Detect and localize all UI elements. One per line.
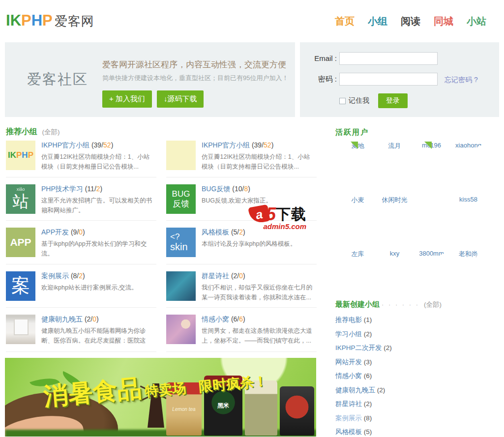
group-title: PHP技术学习 (11/2) — [41, 185, 154, 194]
newest-group-item: 群星诗社 (2) — [335, 400, 392, 408]
promo-banner[interactable]: Lemon tea 黑米 消暑食品 特卖场 限时疯杀！ — [5, 358, 316, 437]
newest-group-item: 风格模板 (5) — [335, 428, 392, 437]
site-logo[interactable]: IKPHP爱客网 — [6, 12, 94, 30]
group-item: 健康朝九晚五 (2/0) 健康朝九晚五小组不能隔着网络为你诊断、医你百病。在此尽… — [6, 315, 156, 352]
page: IKPHP爱客网 首页 小组 阅读 同城 小站 爱客社区 爱客网开源社区程序，内… — [0, 0, 504, 437]
icon-letter: H — [22, 150, 28, 160]
newest-groups-header: 最新创建小组· · · · · ·(全部) — [335, 300, 442, 309]
group-link[interactable]: 健康朝九晚五 — [41, 315, 83, 323]
group-icon[interactable] — [166, 141, 196, 170]
group-link[interactable]: 群星诗社 — [202, 272, 229, 280]
group-icon[interactable]: xiǎo 站 — [6, 184, 35, 214]
group-link[interactable]: 案例展示 — [41, 272, 69, 280]
newest-group-link[interactable]: 案例展示 — [335, 414, 362, 422]
join-button[interactable]: + 加入我们 — [102, 90, 152, 108]
user-name-link[interactable]: kiss58 — [450, 196, 487, 203]
newest-group-count: (2) — [364, 400, 372, 408]
logo-letter: K — [10, 12, 21, 29]
newest-group-item: 学习小组 (2) — [335, 330, 392, 339]
user-item: 麦地 — [339, 142, 376, 196]
group-icon[interactable]: BUG 反馈 — [166, 184, 196, 214]
user-name-link[interactable]: 流月 — [376, 142, 413, 150]
group-icon[interactable]: APP — [6, 228, 35, 257]
group-link[interactable]: IKPHP官方小组 — [202, 141, 250, 149]
remember-label: 记住我 — [349, 96, 369, 105]
newest-all-link[interactable]: (全部) — [424, 301, 442, 308]
main-nav: 首页 小组 阅读 同城 小站 — [335, 15, 486, 28]
newest-group-link[interactable]: 风格模板 — [335, 428, 362, 436]
logo-letter: P — [42, 12, 53, 29]
login-button[interactable]: 登录 — [378, 93, 408, 108]
groups-all-link[interactable]: (全部) — [42, 128, 59, 136]
group-link[interactable]: BUG反馈 — [202, 185, 230, 193]
group-desc: 欢迎ikphp站长进行案例展示,交流。 — [41, 283, 154, 292]
user-name-link[interactable]: 左库 — [339, 250, 376, 259]
user-name-link[interactable]: 休闲时光 — [376, 196, 413, 204]
user-item: 小麦 — [339, 196, 376, 250]
banner-headline: 消暑食品 — [42, 372, 143, 413]
newest-group-item: 情感小窝 (6) — [335, 372, 392, 380]
nav-item[interactable]: 小站 — [467, 15, 486, 28]
group-desc: 本组讨论及分享ikphp的风格模板。 — [202, 239, 315, 249]
newest-groups-list: 推荐电影 (1) 学习小组 (2) IKPHP二次开发 (2) 网站开发 (3)… — [335, 316, 392, 437]
newest-group-item: IKPHP二次开发 (2) — [335, 344, 392, 352]
icon-letter: K — [10, 150, 16, 160]
a5-logo-icon: a — [248, 204, 270, 224]
newest-group-link[interactable]: 学习小组 — [335, 330, 362, 338]
newest-group-item: 案例展示 (8) — [335, 414, 392, 423]
user-item: 流月 — [376, 142, 413, 196]
password-label: 密码 : — [307, 75, 337, 84]
group-desc: 健康朝九晚五小组不能隔着网络为你诊断、医你百病。在此尽麦提醒：医院这个... — [41, 326, 154, 347]
newest-group-item: 推荐电影 (1) — [335, 316, 392, 324]
group-icon[interactable] — [166, 271, 196, 301]
group-icon[interactable]: 案 — [6, 271, 35, 301]
newest-group-link[interactable]: IKPHP二次开发 — [335, 344, 382, 351]
download-button[interactable]: ↓源码下载 — [157, 90, 204, 108]
icon-label: APP — [10, 236, 31, 248]
group-icon[interactable]: <? skin — [166, 228, 196, 257]
login-panel: Email : 密码 : 忘记密码 ? 记住我 登录 — [300, 42, 499, 117]
user-item: 3800mm — [413, 250, 450, 304]
nav-item[interactable]: 同城 — [434, 15, 453, 28]
nav-item[interactable]: 阅读 — [401, 15, 420, 28]
group-item: IKPHP官方小组 (39/52) 仿豆瓣12IK社区功能模块介绍：1、小站模块… — [166, 141, 317, 177]
group-icon[interactable] — [166, 315, 196, 344]
hero-subline: 简单快捷方便建设本地化，垂直型社区；目前已有95位用户加入！ — [102, 74, 288, 83]
newest-group-link[interactable]: 推荐电影 — [335, 316, 362, 323]
user-name-link[interactable]: 麦地 — [339, 142, 376, 150]
package-beans — [280, 386, 314, 436]
icon-label-small: xiǎo — [17, 187, 25, 192]
newest-group-link[interactable]: 群星诗社 — [335, 400, 362, 408]
user-name-link[interactable]: 小麦 — [339, 196, 376, 204]
forgot-password-link[interactable]: 忘记密码 ? — [445, 76, 478, 85]
newest-group-item: 健康朝九晚五 (2) — [335, 386, 392, 395]
newest-group-link[interactable]: 网站开发 — [335, 358, 362, 366]
user-item: 左库 — [339, 250, 376, 304]
logo-letter: P — [21, 12, 31, 29]
group-icon[interactable] — [6, 315, 35, 344]
group-desc: 这里不允许发招聘广告。可以发相关的书籍和网站推广。 — [41, 196, 154, 216]
group-link[interactable]: 情感小窝 — [202, 315, 229, 323]
active-users-grid: 麦地 流月 mc196 xiaohong 小麦 — [339, 142, 488, 304]
group-link[interactable]: IKPHP官方小组 — [41, 141, 89, 149]
email-field[interactable] — [339, 52, 438, 65]
nav-item[interactable]: 小组 — [368, 15, 387, 28]
hero-tagline: 爱客网开源社区程序，内容互动性强，交流更方便 — [102, 59, 286, 70]
newest-group-link[interactable]: 健康朝九晚五 — [335, 386, 375, 394]
nav-item[interactable]: 首页 — [335, 15, 355, 28]
group-item: <? skin 风格模板 (5/2) 本组讨论及分享ikphp的风格模板。 — [166, 228, 317, 264]
active-users-title: 活跃用户 — [335, 128, 369, 137]
newest-group-count: (8) — [364, 414, 372, 422]
group-title: 群星诗社 (2/0) — [202, 272, 315, 281]
user-item: 休闲时光 — [376, 196, 413, 250]
remember-checkbox[interactable] — [339, 98, 346, 104]
logo-letter: H — [31, 12, 42, 29]
ikphp-group-icon[interactable]: IKPHP — [6, 141, 35, 170]
group-link[interactable]: APP开发 — [41, 228, 69, 236]
group-link[interactable]: PHP技术学习 — [41, 185, 83, 193]
group-item: APP APP开发 (9/0) 基于ikphp的App开发站长们的学习和交流。 — [6, 228, 156, 264]
groups-header: 推荐小组 (全部) — [6, 127, 59, 137]
password-field[interactable] — [339, 73, 438, 86]
newest-group-link[interactable]: 情感小窝 — [335, 372, 362, 379]
banner-sub1: 特卖场 — [144, 379, 187, 401]
